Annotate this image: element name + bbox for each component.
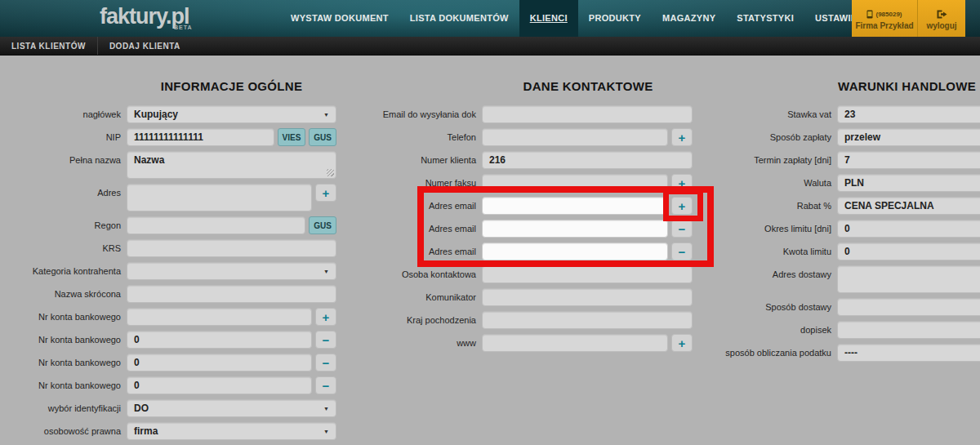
field-label: Okres limitu [dni] <box>719 220 831 234</box>
client-number-input[interactable] <box>482 151 693 169</box>
limit-amount-input[interactable] <box>837 243 980 260</box>
section-title-terms: WARUNKI HANDLOWE <box>838 79 949 93</box>
naglowek-select[interactable]: Kupujący ▼ <box>127 105 336 123</box>
nip-input[interactable] <box>127 128 274 146</box>
logout-button[interactable]: wyloguj <box>917 0 965 39</box>
row-okres-limitu: Okres limitu [dni] <box>719 220 980 238</box>
regon-input[interactable] <box>127 216 305 234</box>
contact-column: Email do wysyłania dok Telefon + Numer k… <box>368 105 693 352</box>
payment-method-input[interactable] <box>837 128 980 146</box>
remove-bank-account-button-1[interactable]: − <box>315 331 336 349</box>
row-osobowosc-prawna: osobowość prawna firma ▼ <box>0 422 336 440</box>
nav-lista-dokumentow[interactable]: LISTA DOKUMENTÓW <box>399 0 519 37</box>
add-phone-button[interactable]: + <box>671 128 693 146</box>
client-form: INFORMACJE OGÓLNE DANE KONTAKTOWE WARUNK… <box>0 56 980 445</box>
remove-bank-account-button-2[interactable]: − <box>315 354 336 372</box>
field-label: Adres email <box>368 243 476 256</box>
add-bank-account-button[interactable]: + <box>315 308 336 326</box>
row-email-dok: Email do wysyłania dok <box>368 105 693 123</box>
short-name-input[interactable] <box>127 285 336 303</box>
fax-input[interactable] <box>482 174 668 192</box>
subnav-lista-klientow[interactable]: LISTA KLIENTÓW <box>0 37 97 55</box>
row-adres-email-1: Adres email + <box>368 197 693 215</box>
gus-button[interactable]: GUS <box>309 128 336 146</box>
row-nip: NIP VIES GUS <box>0 128 336 146</box>
field-label: Stawka vat <box>719 105 831 119</box>
bank-account-input-1[interactable] <box>127 308 312 326</box>
messenger-input[interactable] <box>482 288 693 306</box>
field-label: dopisek <box>719 321 831 335</box>
field-label: www <box>368 334 476 348</box>
account-code: (985029) <box>875 11 902 18</box>
legal-form-select[interactable]: firma ▼ <box>127 422 336 440</box>
website-input[interactable] <box>482 334 668 352</box>
logout-label: wyloguj <box>926 21 956 30</box>
email-input-2[interactable] <box>482 220 668 238</box>
row-konto-1: Nr konta bankowego + <box>0 308 336 326</box>
row-konto-2: Nr konta bankowego − <box>0 331 336 349</box>
field-label: Nr konta bankowego <box>0 331 121 345</box>
full-name-textarea[interactable]: Nazwa <box>127 151 336 179</box>
email-input-3[interactable] <box>482 243 668 260</box>
email-input-1[interactable] <box>482 197 668 215</box>
row-osoba-kontaktowa: Osoba kontaktowa <box>368 265 693 283</box>
country-input[interactable] <box>482 311 693 329</box>
add-email-button[interactable]: + <box>671 197 693 215</box>
chevron-down-icon: ▼ <box>323 269 329 274</box>
row-telefon: Telefon + <box>368 128 693 146</box>
top-navbar: faktury.pl BETA WYSTAW DOKUMENT LISTA DO… <box>0 0 980 37</box>
row-termin-zaplaty: Termin zapłaty [dni] <box>719 151 980 169</box>
doc-email-input[interactable] <box>482 105 693 123</box>
address-textarea[interactable] <box>127 184 312 211</box>
discount-input[interactable] <box>837 197 980 215</box>
field-label: Adres email <box>368 197 476 211</box>
nav-produkty[interactable]: PRODUKTY <box>578 0 652 37</box>
bank-account-input-2[interactable] <box>127 331 312 349</box>
remove-email-button-1[interactable]: − <box>671 220 693 238</box>
vies-button[interactable]: VIES <box>278 128 306 146</box>
nav-wystaw-dokument[interactable]: WYSTAW DOKUMENT <box>280 0 399 37</box>
currency-input[interactable] <box>837 174 980 192</box>
field-label: Regon <box>0 216 121 230</box>
nav-klienci[interactable]: KLIENCI <box>519 0 578 37</box>
remove-bank-account-button-3[interactable]: − <box>315 376 336 394</box>
add-address-button[interactable]: + <box>315 184 336 202</box>
row-numer-faksu: Numer faksu + <box>368 174 693 192</box>
phone-input[interactable] <box>482 128 668 146</box>
note-input[interactable] <box>837 321 980 339</box>
add-fax-button[interactable]: + <box>671 174 693 192</box>
identification-select[interactable]: DO ▼ <box>127 399 336 417</box>
add-website-button[interactable]: + <box>671 334 693 352</box>
field-label: Adres dostawy <box>719 265 831 279</box>
bank-account-input-4[interactable] <box>127 376 312 394</box>
krs-input[interactable] <box>127 239 336 257</box>
row-sposob-dostawy: Sposób dostawy <box>719 298 980 316</box>
nav-statystyki[interactable]: STATYSTYKI <box>726 0 804 37</box>
field-label: Rabat % <box>719 197 831 211</box>
logout-icon <box>937 10 947 19</box>
field-label: Adres <box>0 184 121 198</box>
remove-email-button-2[interactable]: − <box>671 243 693 260</box>
limit-period-input[interactable] <box>837 220 980 238</box>
delivery-address-textarea[interactable] <box>837 265 980 293</box>
app-logo[interactable]: faktury.pl BETA <box>100 4 189 29</box>
contact-person-input[interactable] <box>482 265 693 283</box>
gus-regon-button[interactable]: GUS <box>309 216 336 234</box>
row-stawka-vat: Stawka vat <box>719 105 980 123</box>
tax-calc-input[interactable] <box>837 344 980 362</box>
chevron-down-icon: ▼ <box>323 429 329 434</box>
field-label: osobowość prawna <box>0 422 121 436</box>
account-button[interactable]: (985029) Firma Przykład <box>852 0 917 39</box>
row-konto-4: Nr konta bankowego − <box>0 376 336 394</box>
field-label: Nr konta bankowego <box>0 308 121 322</box>
delivery-method-input[interactable] <box>837 298 980 316</box>
chevron-down-icon: ▼ <box>323 406 329 412</box>
nav-magazyny[interactable]: MAGAZYNY <box>652 0 726 37</box>
vat-rate-input[interactable] <box>837 105 980 123</box>
subnav-dodaj-klienta[interactable]: DODAJ KLIENTA <box>98 37 192 55</box>
payment-term-input[interactable] <box>837 151 980 169</box>
row-waluta: Waluta <box>719 174 980 192</box>
field-label: Nazwa skrócona <box>0 285 121 299</box>
bank-account-input-3[interactable] <box>127 354 312 372</box>
category-select[interactable]: ▼ <box>127 262 336 280</box>
